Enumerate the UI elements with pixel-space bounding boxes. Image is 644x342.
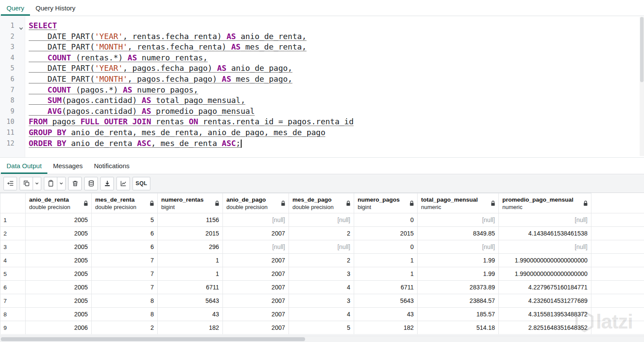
column-header-promedio_pago_mensual[interactable]: promedio_pago_mensualnumeric <box>499 193 591 213</box>
cell[interactable]: 6711 <box>354 281 418 294</box>
cell[interactable]: [null] <box>289 213 354 227</box>
cell[interactable]: 2 <box>289 254 354 267</box>
cell[interactable]: 2 <box>92 321 158 335</box>
copy-options-button[interactable] <box>33 177 41 190</box>
row-number[interactable]: 2 <box>0 227 26 240</box>
cell[interactable]: 182 <box>158 321 223 335</box>
cell[interactable]: 3 <box>289 267 354 281</box>
cell[interactable]: 7 <box>92 281 158 294</box>
cell[interactable]: 182 <box>354 321 418 335</box>
cell[interactable]: 0 <box>354 213 418 227</box>
cell[interactable]: 4 <box>289 308 354 321</box>
cell[interactable]: 2015 <box>158 227 223 240</box>
cell[interactable]: 6 <box>92 227 158 240</box>
copy-button[interactable] <box>20 177 33 190</box>
cell[interactable]: 2006 <box>26 321 92 335</box>
row-number[interactable]: 5 <box>0 267 26 281</box>
cell[interactable]: [null] <box>499 240 591 254</box>
cell[interactable]: 2007 <box>223 281 289 294</box>
horizontal-scrollbar-thumb[interactable] <box>1 337 305 341</box>
cell[interactable]: 2007 <box>223 267 289 281</box>
cell[interactable]: 514.18 <box>418 321 499 335</box>
cell[interactable]: 4.2279675160184771 <box>499 281 591 294</box>
row-number[interactable]: 3 <box>0 240 26 254</box>
cell[interactable]: 6 <box>92 240 158 254</box>
cell[interactable]: 5 <box>92 213 158 227</box>
code-line[interactable]: DATE_PART('MONTH', rentas.fecha_renta) A… <box>29 42 644 53</box>
code-line[interactable]: GROUP BY anio_de_renta, mes_de_renta, an… <box>29 127 644 138</box>
cell[interactable]: [null] <box>499 213 591 227</box>
graph-visualiser-button[interactable] <box>116 177 130 190</box>
column-header-anio_de_renta[interactable]: anio_de_rentadouble precision <box>26 193 92 213</box>
cell[interactable]: 1 <box>354 267 418 281</box>
cell[interactable]: 6711 <box>158 281 223 294</box>
column-header-mes_de_pago[interactable]: mes_de_pagodouble precision <box>289 193 354 213</box>
code-line[interactable]: COUNT (pagos.*) AS numero_pagos, <box>29 85 644 96</box>
editor-scrollbar[interactable] <box>640 17 644 156</box>
editor-scrollbar-thumb[interactable] <box>640 17 644 82</box>
cell[interactable]: 7 <box>92 254 158 267</box>
cell[interactable]: 1156 <box>158 213 223 227</box>
cell[interactable]: 2007 <box>223 294 289 308</box>
cell[interactable]: 7 <box>92 267 158 281</box>
cell[interactable]: [null] <box>289 240 354 254</box>
cell[interactable]: 4.1438461538461538 <box>499 227 591 240</box>
download-results-button[interactable] <box>100 177 114 190</box>
row-number[interactable]: 6 <box>0 281 26 294</box>
cell[interactable]: 2.8251648351648352 <box>499 321 591 335</box>
code-line[interactable]: AVG(pagos.cantidad) AS promedio_pago_men… <box>29 106 644 117</box>
cell[interactable]: [null] <box>223 240 289 254</box>
cell[interactable]: 2015 <box>354 227 418 240</box>
code-line[interactable]: DATE_PART('YEAR', pagos.fecha_pago) AS a… <box>29 63 644 74</box>
cell[interactable]: 296 <box>158 240 223 254</box>
cell[interactable]: 43 <box>158 308 223 321</box>
code-line[interactable]: FROM pagos FULL OUTER JOIN rentas ON ren… <box>29 116 644 127</box>
select-all-corner[interactable] <box>0 193 26 213</box>
cell[interactable]: 2007 <box>223 227 289 240</box>
row-number[interactable]: 7 <box>0 294 26 308</box>
cell[interactable]: 2 <box>289 227 354 240</box>
cell[interactable]: 28373.89 <box>418 281 499 294</box>
cell[interactable]: 2005 <box>26 308 92 321</box>
cell[interactable]: 0 <box>354 240 418 254</box>
cell[interactable]: 2005 <box>26 294 92 308</box>
cell[interactable]: 43 <box>354 308 418 321</box>
cell[interactable]: 2005 <box>26 267 92 281</box>
cell[interactable]: 5 <box>289 321 354 335</box>
cell[interactable]: 1 <box>158 254 223 267</box>
cell[interactable]: 8 <box>92 294 158 308</box>
cell[interactable]: 3 <box>289 294 354 308</box>
row-number[interactable]: 1 <box>0 213 26 227</box>
cell[interactable]: 5643 <box>354 294 418 308</box>
cell[interactable]: 5643 <box>158 294 223 308</box>
tab-query[interactable]: Query <box>1 0 30 16</box>
row-number[interactable]: 9 <box>0 321 26 335</box>
tab-query-history[interactable]: Query History <box>30 0 81 16</box>
cell[interactable]: 2005 <box>26 213 92 227</box>
row-number[interactable]: 4 <box>0 254 26 267</box>
cell[interactable]: 2005 <box>26 227 92 240</box>
column-header-mes_de_renta[interactable]: mes_de_rentadouble precision <box>92 193 158 213</box>
cell[interactable]: [null] <box>418 240 499 254</box>
cell[interactable]: 2005 <box>26 240 92 254</box>
cell[interactable]: [null] <box>418 213 499 227</box>
paste-options-button[interactable] <box>57 177 66 190</box>
column-header-numero_pagos[interactable]: numero_pagosbigint <box>354 193 418 213</box>
code-line[interactable]: DATE_PART('MONTH', pagos.fecha_pago) AS … <box>29 74 644 85</box>
tab-messages[interactable]: Messages <box>47 158 88 174</box>
column-header-anio_de_pago[interactable]: anio_de_pagodouble precision <box>223 193 289 213</box>
cell[interactable]: 1.99000000000000000000 <box>499 254 591 267</box>
horizontal-scrollbar[interactable] <box>0 335 644 342</box>
cell[interactable]: 2005 <box>26 254 92 267</box>
cell[interactable]: 4.3155813953488372 <box>499 308 591 321</box>
editor-code[interactable]: SELECT DATE_PART('YEAR', rentas.fecha_re… <box>25 16 644 157</box>
cell[interactable]: 1 <box>158 267 223 281</box>
delete-row-button[interactable] <box>68 177 82 190</box>
cell[interactable]: 4 <box>289 281 354 294</box>
cell[interactable]: 2007 <box>223 254 289 267</box>
cell[interactable]: 1.99000000000000000000 <box>499 267 591 281</box>
cell[interactable]: 1 <box>354 254 418 267</box>
code-line[interactable]: DATE_PART('YEAR', rentas.fecha_renta) AS… <box>29 31 644 42</box>
row-number[interactable]: 8 <box>0 308 26 321</box>
column-header-total_pago_mensual[interactable]: total_pago_mensualnumeric <box>418 193 499 213</box>
